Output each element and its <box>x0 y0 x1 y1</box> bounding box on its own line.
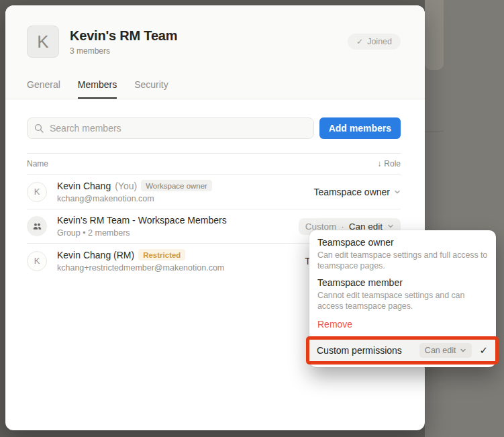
member-row-kevin-chang: K Kevin Chang (You) Workspace owner kcha… <box>27 175 401 209</box>
modal-header-section: K Kevin's RM Team 3 members ✓ Joined Gen… <box>5 5 425 99</box>
member-avatar: K <box>27 251 47 271</box>
member-email: kchang+restrictedmember@makenotion.com <box>57 263 305 273</box>
menu-option-teamspace-member[interactable]: Teamspace member Cannot edit teamspace s… <box>317 277 488 311</box>
workspace-owner-badge: Workspace owner <box>141 180 212 191</box>
role-sort-button[interactable]: ↓ Role <box>377 159 401 168</box>
teamspace-header: K Kevin's RM Team 3 members ✓ Joined <box>27 26 401 58</box>
background-divider <box>425 131 444 132</box>
chevron-down-icon <box>387 223 394 230</box>
role-select-row1[interactable]: Teamspace owner <box>313 187 401 197</box>
restricted-badge: Restricted <box>138 249 185 260</box>
menu-option-teamspace-owner[interactable]: Teamspace owner Can edit teamspace setti… <box>317 237 488 271</box>
settings-tabs: General Members Security <box>27 79 401 99</box>
option-title: Teamspace owner <box>317 237 488 248</box>
members-table-header: Name ↓ Role <box>27 153 401 175</box>
add-members-button[interactable]: Add members <box>319 117 401 139</box>
role-dropdown-options: Teamspace owner Can edit teamspace setti… <box>309 230 496 330</box>
teamspace-title-block: Kevin's RM Team 3 members <box>70 28 348 56</box>
member-info: Kevin Chang (You) Workspace owner kchang… <box>57 180 313 203</box>
option-description: Cannot edit teamspace settings and can a… <box>317 290 488 311</box>
member-avatar: K <box>27 182 47 202</box>
permission-value: Can edit <box>425 346 456 355</box>
permission-level-select[interactable]: Can edit <box>419 343 472 358</box>
member-avatar-letter: K <box>34 187 40 197</box>
menu-option-remove[interactable]: Remove <box>317 319 488 330</box>
sort-descending-icon: ↓ <box>377 159 381 168</box>
menu-option-custom-permissions-highlighted[interactable]: Custom permissions Can edit ✓ <box>306 336 499 365</box>
chevron-down-icon <box>394 189 401 195</box>
name-column-header: Name <box>27 159 48 168</box>
joined-button[interactable]: ✓ Joined <box>348 34 401 50</box>
tab-general[interactable]: General <box>27 79 60 99</box>
member-avatar-letter: K <box>34 256 40 266</box>
member-you-suffix: (You) <box>115 181 137 191</box>
group-avatar <box>27 216 47 236</box>
member-name: Kevin Chang <box>57 181 111 191</box>
group-subtitle: Group • 2 members <box>57 228 299 238</box>
teamspace-member-count: 3 members <box>70 46 348 56</box>
people-icon <box>32 222 42 232</box>
role-value: Teamspace owner <box>313 187 390 197</box>
teamspace-avatar-letter: K <box>37 32 48 52</box>
member-email: kchang@makenotion.com <box>57 194 313 203</box>
search-field-wrap <box>27 117 314 139</box>
selected-check-icon: ✓ <box>479 344 488 356</box>
custom-permissions-label: Custom permissions <box>317 345 419 356</box>
member-name: Kevin Chang (RM) <box>57 250 134 260</box>
tab-security[interactable]: Security <box>134 79 168 99</box>
group-name: Kevin's RM Team - Workspace Members <box>57 215 227 226</box>
search-members-input[interactable] <box>27 117 314 139</box>
teamspace-title: Kevin's RM Team <box>70 28 348 44</box>
tab-members[interactable]: Members <box>78 79 117 99</box>
search-icon <box>34 124 44 133</box>
members-toolbar: Add members <box>27 117 401 139</box>
option-description: Can edit teamspace settings and full acc… <box>317 250 488 271</box>
background-card-remnant <box>425 0 444 70</box>
check-icon: ✓ <box>356 37 363 46</box>
role-column-header: Role <box>384 159 401 168</box>
joined-label: Joined <box>367 37 392 46</box>
chevron-down-icon <box>460 347 466 354</box>
option-title: Teamspace member <box>317 277 488 289</box>
member-info: Kevin Chang (RM) Restricted kchang+restr… <box>57 249 305 273</box>
teamspace-avatar: K <box>27 26 59 58</box>
group-info: Kevin's RM Team - Workspace Members Grou… <box>57 215 299 238</box>
